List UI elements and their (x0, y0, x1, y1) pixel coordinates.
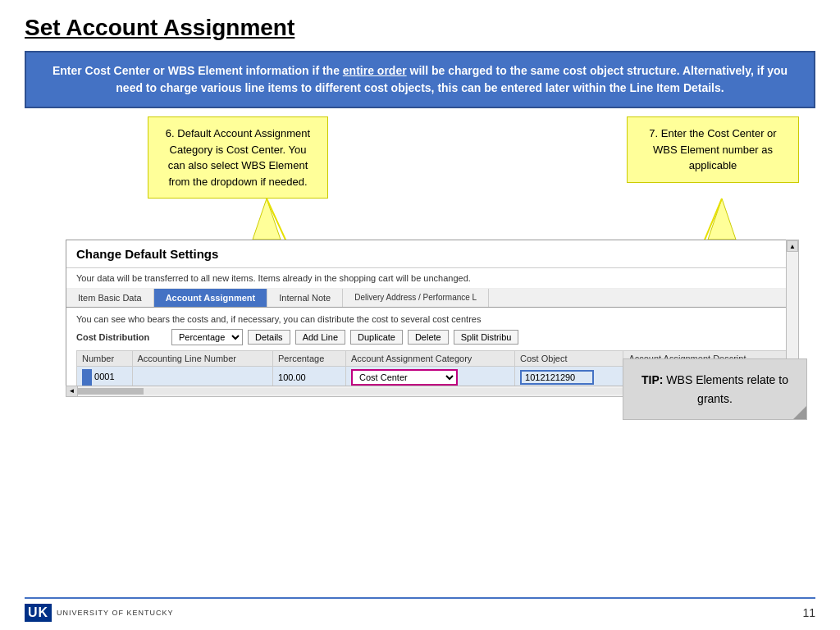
svg-marker-3 (708, 199, 736, 240)
info-text-part1: Enter Cost Center or WBS Element informa… (52, 64, 343, 77)
col-accounting-line: Accounting Line Number (132, 351, 273, 367)
callout-right-text: 7. Enter the Cost Center or WBS Element … (649, 127, 776, 171)
scroll-left-button[interactable]: ◄ (66, 386, 78, 396)
row-number: 0001 (94, 372, 114, 381)
tab-internal-note[interactable]: Internal Note (267, 289, 343, 307)
callout-area: 6. Default Account Assignment Category i… (25, 116, 815, 428)
tip-label: TIP: (641, 373, 663, 386)
col-number: Number (77, 351, 133, 367)
scroll-up-button[interactable]: ▲ (787, 240, 798, 252)
info-box: Enter Cost Center or WBS Element informa… (25, 51, 815, 108)
callout-right: 7. Enter the Cost Center or WBS Element … (627, 116, 799, 183)
university-text: UNIVERSITY OF KENTUCKY (57, 609, 173, 617)
panel-info: Your data will be transferred to all new… (66, 268, 798, 289)
tip-text: WBS Elements relate to grants. (663, 373, 788, 404)
page-title: Set Account Assignment (25, 15, 815, 41)
tab-item-basic-data[interactable]: Item Basic Data (66, 289, 154, 307)
col-percentage: Percentage (273, 351, 346, 367)
page: Set Account Assignment Enter Cost Center… (0, 0, 840, 630)
details-button[interactable]: Details (248, 330, 290, 345)
svg-marker-0 (253, 199, 281, 240)
add-line-button[interactable]: Add Line (295, 330, 345, 345)
col-cost-object: Cost Object (515, 351, 623, 367)
page-number: 11 (802, 606, 815, 619)
uk-logo: UK UNIVERSITY OF KENTUCKY (25, 604, 173, 622)
panel-title: Change Default Settings (66, 240, 798, 268)
tabs-bar: Item Basic Data Account Assignment Inter… (66, 289, 798, 308)
duplicate-button[interactable]: Duplicate (350, 330, 403, 345)
tip-box-corner (793, 406, 806, 419)
callout-left-text: 6. Default Account Assignment Category i… (166, 127, 310, 188)
cost-distribution-label: Cost Distribution (76, 332, 167, 342)
scroll-thumb[interactable] (78, 388, 144, 395)
cost-distribution-select[interactable]: Percentage (171, 329, 243, 345)
blue-indicator (82, 369, 92, 386)
uk-box: UK (25, 604, 52, 622)
split-distribu-button[interactable]: Split Distribu (454, 330, 519, 345)
footer: UK UNIVERSITY OF KENTUCKY 11 (25, 597, 815, 622)
delete-button[interactable]: Delete (408, 330, 449, 345)
cost-center-select[interactable]: Cost Center WBS Element (351, 369, 458, 386)
tip-box: TIP: WBS Elements relate to grants. (623, 358, 807, 420)
col-category: Account Assignment Category (346, 351, 515, 367)
cost-object-input[interactable] (520, 370, 594, 385)
tab-delivery-address[interactable]: Delivery Address / Performance L (343, 289, 489, 307)
info-underlined: entire order (343, 64, 407, 77)
cost-distribution-row: Cost Distribution Percentage Details Add… (76, 329, 788, 345)
callout-left: 6. Default Account Assignment Category i… (148, 116, 328, 199)
tab-account-assignment[interactable]: Account Assignment (154, 289, 268, 307)
cost-info-text: You can see who bears the costs and, if … (76, 314, 788, 324)
